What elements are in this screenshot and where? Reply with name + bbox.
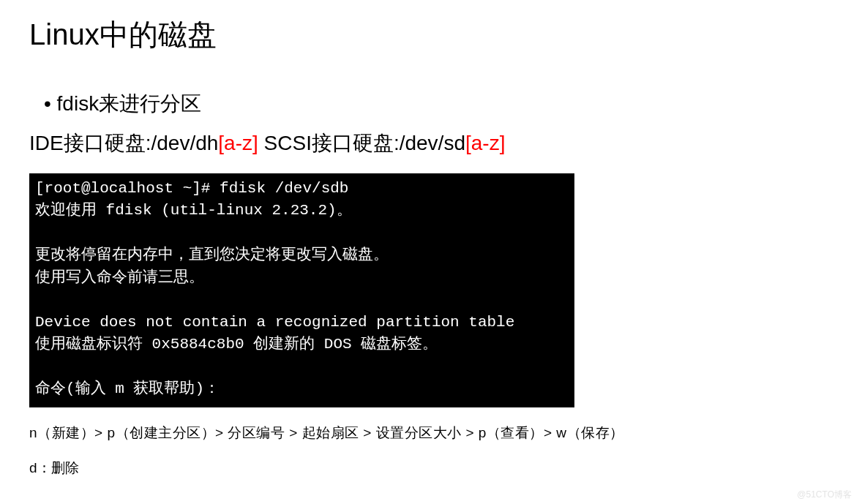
fdisk-steps: n（新建）> p（创建主分区）> 分区编号 > 起始扇区 > 设置分区大小 > … [29, 424, 862, 443]
delete-command: d：删除 [29, 459, 862, 478]
scsi-prefix: SCSI接口硬盘:/dev/sd [264, 132, 465, 154]
scsi-range: [a-z] [465, 132, 505, 154]
ide-range: [a-z] [218, 132, 258, 154]
page-title: Linux中的磁盘 [29, 15, 862, 55]
spacer [258, 132, 264, 154]
ide-prefix: IDE接口硬盘:/dev/dh [29, 132, 218, 154]
terminal-output: [root@localhost ~]# fdisk /dev/sdb 欢迎使用 … [29, 173, 574, 407]
device-paths-line: IDE接口硬盘:/dev/dh[a-z] SCSI接口硬盘:/dev/sd[a-… [29, 129, 862, 157]
bullet-fdisk: fdisk来进行分区 [29, 90, 862, 118]
watermark: @51CTO博客 [797, 489, 852, 501]
